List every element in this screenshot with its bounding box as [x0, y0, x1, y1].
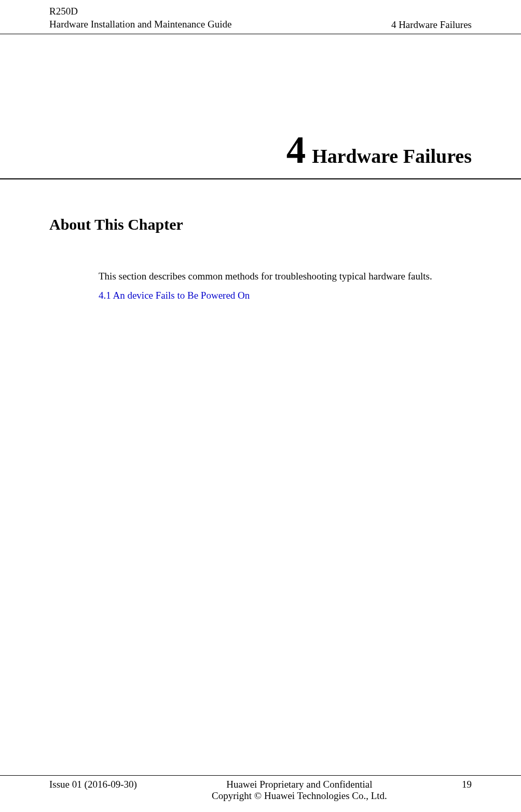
header-guide: Hardware Installation and Maintenance Gu… [49, 18, 231, 31]
footer-center: Huawei Proprietary and Confidential Copy… [137, 779, 462, 802]
intro-paragraph: This section describes common methods fo… [0, 233, 521, 284]
toc-link-4-1[interactable]: 4.1 An device Fails to Be Powered On [0, 284, 521, 301]
chapter-title-text: Hardware Failures [312, 145, 472, 167]
header-left-block: R250D Hardware Installation and Maintena… [49, 5, 231, 31]
page-header: R250D Hardware Installation and Maintena… [0, 0, 521, 34]
about-section-heading: About This Chapter [0, 179, 521, 233]
page-footer: Issue 01 (2016-09-30) Huawei Proprietary… [0, 775, 521, 802]
footer-page-number: 19 [462, 779, 472, 790]
footer-issue: Issue 01 (2016-09-30) [49, 779, 137, 790]
chapter-number: 4 [286, 128, 306, 172]
header-chapter-ref: 4 Hardware Failures [391, 19, 472, 31]
footer-copyright: Copyright © Huawei Technologies Co., Ltd… [137, 790, 462, 802]
header-product: R250D [49, 5, 231, 18]
chapter-title-block: 4 Hardware Failures [0, 34, 521, 179]
footer-confidential: Huawei Proprietary and Confidential [137, 779, 462, 790]
